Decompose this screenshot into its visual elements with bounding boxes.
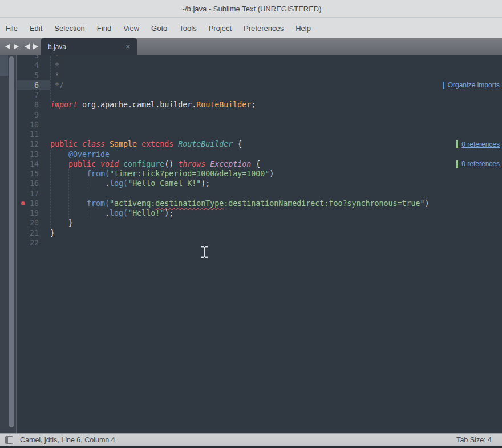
- menu-item-preferences[interactable]: Preferences: [243, 23, 284, 34]
- code-text: @Override: [50, 150, 110, 159]
- tab-close-icon[interactable]: ×: [124, 43, 131, 50]
- tab-bar: b.java ×: [0, 38, 502, 55]
- line-number: 12: [17, 139, 50, 149]
- code-line-22[interactable]: 22: [17, 238, 502, 248]
- annotation-bar: [456, 140, 458, 148]
- menu-item-project[interactable]: Project: [208, 23, 232, 34]
- code-line-12[interactable]: 12public class Sample extends RouteBuild…: [17, 139, 502, 149]
- line-number: 19: [17, 208, 50, 218]
- references-link[interactable]: 0 references: [461, 140, 500, 148]
- references-link[interactable]: 0 references: [461, 160, 500, 168]
- menu-item-tools[interactable]: Tools: [179, 23, 197, 34]
- code-line-21[interactable]: 21}: [17, 228, 502, 238]
- code-text: */: [50, 80, 64, 90]
- code-text: *: [50, 71, 59, 80]
- line-number: 9: [17, 110, 50, 120]
- line-number: 10: [17, 120, 50, 130]
- annotation-bar: [443, 82, 444, 89]
- tab-nav-arrows-icon: [25, 43, 39, 50]
- menu-item-help[interactable]: Help: [295, 23, 311, 34]
- code-text: from("timer:tick?period=1000&delay=1000"…: [50, 169, 274, 179]
- menu-item-edit[interactable]: Edit: [29, 23, 43, 34]
- code-text: }: [50, 228, 55, 238]
- lsp-annotation: Organize imports: [443, 81, 500, 89]
- tab-history-buttons[interactable]: [25, 43, 39, 50]
- line-number: 22: [17, 238, 50, 248]
- indent-guide: [50, 150, 51, 228]
- code-line-9[interactable]: 9: [17, 110, 502, 120]
- menu-item-goto[interactable]: Goto: [151, 23, 168, 34]
- code-editor[interactable]: 3 *4 *5 *6 */Organize imports78import or…: [17, 55, 502, 433]
- code-text: from("activemq:destinationType:destinati…: [50, 199, 430, 208]
- indent-guide: [87, 208, 87, 218]
- code-text: public class Sample extends RouteBuilder…: [50, 139, 242, 149]
- code-content: 3 *4 *5 *6 */Organize imports78import or…: [17, 55, 502, 248]
- menu-item-selection[interactable]: Selection: [54, 23, 85, 34]
- code-line-7[interactable]: 7: [17, 90, 502, 100]
- code-text: import org.apache.camel.builder.RouteBui…: [50, 100, 256, 110]
- code-line-19[interactable]: 19 .log("Hello!");: [17, 208, 502, 218]
- status-bar: Camel, jdtls, Line 6, Column 4 Tab Size:…: [0, 433, 502, 446]
- line-number: 4: [17, 60, 50, 70]
- organize-imports-link[interactable]: Organize imports: [448, 81, 500, 89]
- menu-item-file[interactable]: File: [5, 23, 18, 34]
- tab-nav-arrows-icon: [5, 43, 20, 50]
- tab-title: b.java: [48, 43, 124, 51]
- line-number: 16: [17, 179, 50, 188]
- vertical-scrollbar-thumb[interactable]: [9, 56, 14, 427]
- tab-size-indicator[interactable]: Tab Size: 4: [456, 436, 502, 444]
- code-text: *: [50, 55, 59, 60]
- line-number: 18: [17, 199, 50, 208]
- sidebar-toggle-icon[interactable]: [5, 436, 13, 444]
- title-bar: ~/b.java - Sublime Text (UNREGISTERED): [0, 0, 502, 18]
- line-number: 14: [17, 159, 50, 169]
- code-line-5[interactable]: 5 *: [17, 71, 502, 80]
- line-number: 13: [17, 150, 50, 159]
- left-strip-top-block: [0, 55, 8, 76]
- indent-guide: [68, 169, 69, 218]
- window-title: ~/b.java - Sublime Text (UNREGISTERED): [180, 5, 321, 13]
- code-line-10[interactable]: 10: [17, 120, 502, 130]
- menu-item-find[interactable]: Find: [96, 23, 112, 34]
- code-text: *: [50, 60, 59, 70]
- lsp-annotation: 0 references: [456, 160, 500, 168]
- menu-bar: FileEditSelectionFindViewGotoToolsProjec…: [0, 18, 502, 38]
- code-line-16[interactable]: 16 .log("Hello Camel K!");: [17, 179, 502, 188]
- code-line-15[interactable]: 15 from("timer:tick?period=1000&delay=10…: [17, 169, 502, 179]
- code-text: .log("Hello Camel K!");: [50, 179, 210, 188]
- code-line-20[interactable]: 20 }: [17, 218, 502, 228]
- annotation-bar: [456, 160, 458, 168]
- code-line-11[interactable]: 11: [17, 130, 502, 139]
- menu-item-view[interactable]: View: [123, 23, 140, 34]
- line-number: 7: [17, 90, 50, 100]
- tab-b-java[interactable]: b.java ×: [41, 38, 137, 55]
- code-line-3[interactable]: 3 *: [17, 55, 502, 60]
- left-gutter-strip: [0, 55, 17, 433]
- indent-guide: [87, 179, 87, 188]
- line-number: 5: [17, 71, 50, 80]
- code-text: }: [50, 218, 73, 228]
- line-number: 3: [17, 55, 50, 60]
- line-number: 6: [17, 80, 50, 90]
- code-line-6[interactable]: 6 */Organize imports: [17, 80, 502, 90]
- status-message: Camel, jdtls, Line 6, Column 4: [20, 436, 456, 444]
- code-line-13[interactable]: 13 @Override: [17, 150, 502, 159]
- code-line-18[interactable]: 18 from("activemq:destinationType:destin…: [17, 199, 502, 208]
- code-line-8[interactable]: 8import org.apache.camel.builder.RouteBu…: [17, 100, 502, 110]
- line-number: 8: [17, 100, 50, 110]
- code-line-14[interactable]: 14 public void configure() throws Except…: [17, 159, 502, 169]
- code-line-4[interactable]: 4 *: [17, 60, 502, 70]
- code-text: public void configure() throws Exception…: [50, 159, 260, 169]
- line-number: 17: [17, 189, 50, 199]
- code-line-17[interactable]: 17: [17, 189, 502, 199]
- error-dot-icon: [21, 201, 25, 205]
- line-number: 21: [17, 228, 50, 238]
- lsp-annotation: 0 references: [456, 140, 500, 148]
- line-number: 15: [17, 169, 50, 179]
- line-number: 20: [17, 218, 50, 228]
- scroll-tabs-left-right-buttons[interactable]: [5, 43, 20, 50]
- indent-guide: [50, 55, 51, 100]
- line-number: 11: [17, 130, 50, 139]
